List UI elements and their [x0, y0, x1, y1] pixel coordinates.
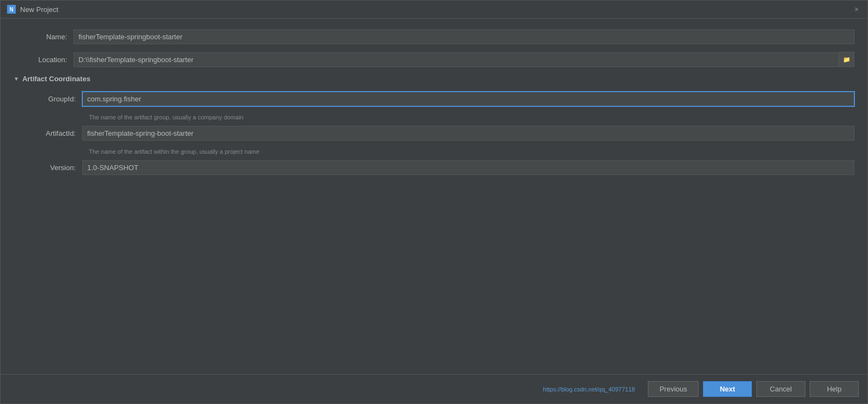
location-input[interactable] [74, 52, 839, 67]
cancel-button[interactable]: Cancel [756, 381, 805, 397]
next-button[interactable]: Next [703, 381, 752, 397]
group-id-hint: The name of the artifact group, usually … [89, 114, 854, 120]
app-icon: N [7, 5, 16, 14]
previous-button[interactable]: Previous [648, 381, 699, 397]
version-label: Version: [22, 164, 82, 172]
artifact-coordinates-title: Artifact Coordinates [22, 75, 90, 83]
location-wrapper: 📁 [74, 52, 854, 67]
dialog-title: New Project [20, 5, 58, 14]
group-id-row: GroupId: [22, 92, 854, 106]
footer-url: https://blog.csdn.net/qq_40977118 [9, 386, 635, 393]
close-button[interactable]: × [852, 5, 861, 14]
artifact-coordinates-section-header: ▼ Artifact Coordinates [14, 75, 854, 83]
artifact-id-label: ArtifactId: [22, 129, 82, 137]
dialog-content: Name: Location: 📁 ▼ Artifact Coordinates… [1, 19, 867, 374]
new-project-dialog: N New Project × Name: Location: 📁 ▼ Arti… [0, 0, 868, 404]
artifact-coordinates-content: GroupId: The name of the artifact group,… [14, 92, 854, 175]
group-id-label: GroupId: [22, 95, 82, 103]
section-toggle-icon[interactable]: ▼ [14, 76, 19, 82]
artifact-id-row: ArtifactId: [22, 126, 854, 141]
location-label: Location: [14, 56, 74, 64]
name-label: Name: [14, 33, 74, 41]
name-row: Name: [14, 29, 854, 44]
name-input[interactable] [74, 29, 854, 44]
folder-icon: 📁 [843, 56, 851, 63]
title-bar-left: N New Project [7, 5, 58, 14]
group-id-input[interactable] [82, 92, 854, 106]
artifact-id-input[interactable] [82, 126, 854, 141]
help-button[interactable]: Help [810, 381, 859, 397]
version-row: Version: [22, 160, 854, 175]
version-input[interactable] [82, 160, 854, 175]
artifact-id-hint: The name of the artifact within the grou… [89, 148, 854, 155]
title-bar: N New Project × [1, 1, 867, 19]
browse-button[interactable]: 📁 [839, 52, 854, 67]
dialog-footer: https://blog.csdn.net/qq_40977118 Previo… [1, 374, 867, 403]
location-row: Location: 📁 [14, 52, 854, 67]
